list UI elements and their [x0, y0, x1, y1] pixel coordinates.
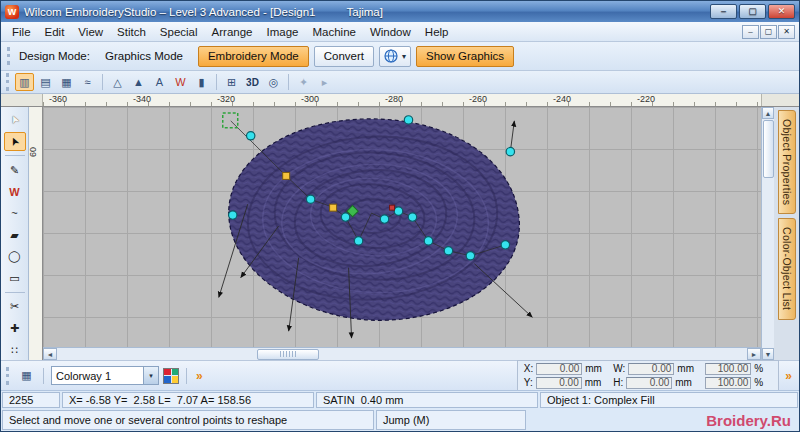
hoop-icon[interactable]: ◎	[264, 73, 283, 91]
vertical-scrollbar-thumb[interactable]	[763, 120, 774, 178]
ruler-tick-label: -280	[385, 94, 403, 104]
menu-edit[interactable]: Edit	[38, 24, 72, 40]
ellipse-tool[interactable]: ◯	[4, 247, 26, 267]
corner-node[interactable]	[283, 172, 290, 179]
tatami-stitch-icon[interactable]: ▦	[57, 73, 76, 91]
fusion-fill-icon[interactable]: △	[108, 73, 127, 91]
control-point[interactable]	[506, 147, 514, 155]
pattern-stamp-tool[interactable]: ∷	[4, 340, 26, 360]
stitch-player-icon[interactable]: ▸	[315, 73, 334, 91]
minimize-button[interactable]: –	[710, 4, 737, 19]
convert-button[interactable]: Convert	[314, 46, 374, 67]
thread-colors-icon[interactable]	[163, 368, 179, 384]
titlebar[interactable]: W Wilcom EmbroideryStudio – Level 3 Adva…	[1, 1, 799, 22]
add-node-tool[interactable]: ✚	[4, 319, 26, 339]
percent-unit-label: %	[754, 377, 772, 388]
monogram-icon[interactable]: W	[171, 73, 190, 91]
motif-run-icon[interactable]: ≈	[78, 73, 97, 91]
menu-stitch[interactable]: Stitch	[110, 24, 153, 40]
menu-view[interactable]: View	[71, 24, 110, 40]
colorway-select[interactable]: Colorway 1 ▾	[51, 366, 159, 385]
mdi-restore-button[interactable]: ▢	[760, 25, 777, 39]
control-point[interactable]	[247, 132, 255, 140]
y-input[interactable]: 0.00	[536, 377, 582, 389]
scroll-down-button[interactable]: ▼	[762, 348, 774, 360]
stitch-toolbar: ▥ ▤ ▦ ≈ △ ▲ A W ▮ ⊞ 3D ◎ ✦ ▸	[1, 71, 799, 94]
control-point[interactable]	[394, 207, 402, 215]
toolbar-overflow-icon[interactable]: »	[783, 369, 794, 383]
toolbar-grip[interactable]	[7, 47, 11, 65]
control-point[interactable]	[501, 241, 509, 249]
lettering-icon[interactable]: A	[150, 73, 169, 91]
reshape-object-tool[interactable]: ➤	[4, 132, 26, 152]
gradient-fill-icon[interactable]: ▲	[129, 73, 148, 91]
mm-unit-label: mm	[675, 377, 693, 388]
design-canvas[interactable]	[43, 107, 761, 347]
menu-special[interactable]: Special	[153, 24, 205, 40]
fill-tool[interactable]: ▰	[4, 225, 26, 245]
width-input[interactable]: 0.00	[628, 363, 674, 375]
graphics-mode-button[interactable]: Graphics Mode	[95, 46, 193, 67]
mdi-minimize-button[interactable]: –	[742, 25, 759, 39]
grid-icon[interactable]: ⊞	[222, 73, 241, 91]
effects-icon[interactable]: ✦	[294, 73, 313, 91]
embroidery-mode-button[interactable]: Embroidery Mode	[198, 46, 309, 67]
vertical-scrollbar[interactable]: ▲ ▼	[761, 107, 774, 360]
stitch-marker[interactable]	[390, 205, 395, 210]
menu-arrange[interactable]: Arrange	[205, 24, 260, 40]
control-point[interactable]	[306, 195, 314, 203]
toolbar-grip[interactable]	[6, 73, 10, 91]
control-point[interactable]	[341, 213, 349, 221]
toolbar-grip[interactable]	[6, 367, 10, 385]
scale-x-input[interactable]: 100.00	[705, 363, 751, 375]
corner-node[interactable]	[330, 204, 337, 211]
satin-stitch-icon[interactable]: ▤	[36, 73, 55, 91]
run-stitch-icon[interactable]: ▥	[15, 73, 34, 91]
scale-y-input[interactable]: 100.00	[705, 377, 751, 389]
height-input[interactable]: 0.00	[626, 377, 672, 389]
mdi-close-button[interactable]: ✕	[778, 25, 795, 39]
menu-file[interactable]: File	[5, 24, 38, 40]
scroll-right-button[interactable]: ►	[747, 348, 761, 360]
tab-color-object-list[interactable]: Color-Object List	[778, 218, 796, 319]
control-point[interactable]	[408, 213, 416, 221]
close-button[interactable]: ✕	[768, 4, 795, 19]
column-icon[interactable]: ▮	[192, 73, 211, 91]
menu-image[interactable]: Image	[259, 24, 305, 40]
embroidery-object[interactable]	[229, 119, 520, 320]
hint-bar: Select and move one or several control p…	[1, 409, 799, 431]
menu-machine[interactable]: Machine	[305, 24, 362, 40]
dropdown-arrow-icon[interactable]: ▾	[143, 367, 158, 384]
cut-tool[interactable]: ✂	[4, 297, 26, 317]
horizontal-scrollbar-thumb[interactable]	[257, 349, 319, 360]
scroll-up-button[interactable]: ▲	[762, 107, 774, 119]
control-point[interactable]	[354, 237, 362, 245]
menu-help[interactable]: Help	[418, 24, 456, 40]
control-point[interactable]	[466, 252, 474, 260]
menu-window[interactable]: Window	[363, 24, 418, 40]
lettering-tool[interactable]: W	[4, 182, 26, 202]
control-point[interactable]	[444, 247, 452, 255]
control-point[interactable]	[229, 211, 237, 219]
control-point[interactable]	[380, 215, 388, 223]
digitize-pencil-tool[interactable]: ✎	[4, 160, 26, 180]
control-point[interactable]	[404, 116, 412, 124]
machine-format-button[interactable]: ▾	[379, 46, 411, 67]
3d-view-icon[interactable]: 3D	[243, 73, 262, 91]
selected-object-info: Object 1: Complex Fill	[540, 392, 798, 408]
tab-object-properties[interactable]: Object Properties	[778, 110, 796, 214]
x-input[interactable]: 0.00	[536, 363, 582, 375]
run-tool[interactable]: ~	[4, 204, 26, 224]
show-graphics-button[interactable]: Show Graphics	[416, 46, 514, 67]
design-canvas-svg[interactable]	[43, 107, 761, 347]
globe-icon	[384, 49, 398, 63]
ruler-tick-label: -300	[301, 94, 319, 104]
select-object-tool[interactable]: ➤	[4, 110, 26, 130]
maximize-button[interactable]: ▢	[739, 4, 766, 19]
control-point[interactable]	[424, 237, 432, 245]
horizontal-scrollbar[interactable]: ◄ ►	[43, 347, 761, 360]
rectangle-tool[interactable]: ▭	[4, 268, 26, 288]
toolbar-overflow-icon[interactable]: »	[194, 369, 205, 383]
scroll-left-button[interactable]: ◄	[43, 348, 57, 360]
colorway-editor-icon[interactable]: ▦	[17, 367, 36, 385]
